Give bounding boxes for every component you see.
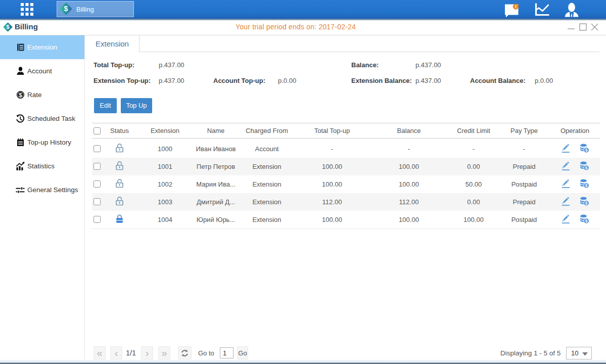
svg-text:$: $	[585, 201, 588, 206]
svg-text:$: $	[585, 165, 588, 170]
svg-text:$: $	[585, 148, 588, 153]
svg-text:$: $	[64, 5, 68, 13]
svg-text:!: !	[515, 4, 517, 9]
svg-text:$: $	[585, 218, 588, 223]
svg-text:$: $	[19, 92, 22, 98]
svg-text:$: $	[585, 183, 588, 188]
